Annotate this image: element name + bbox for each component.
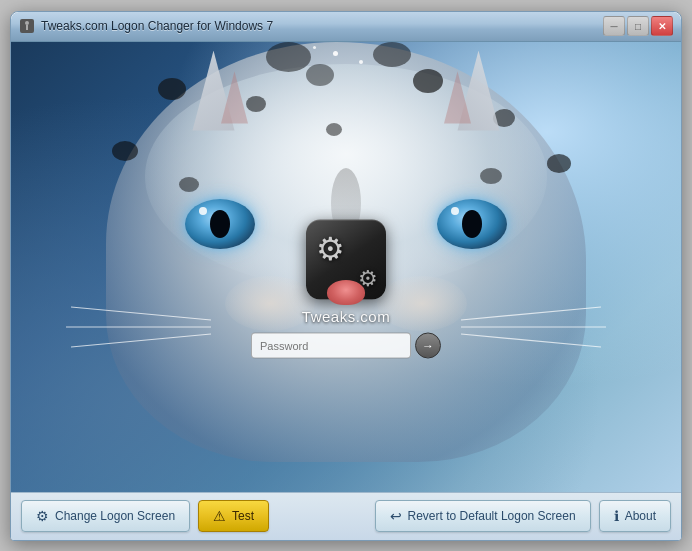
minimize-button[interactable]: ─ — [603, 16, 625, 36]
main-window: Tweaks.com Logon Changer for Windows 7 ─… — [10, 11, 682, 541]
svg-line-2 — [71, 307, 211, 320]
about-icon: ℹ — [614, 508, 619, 524]
test-icon: ⚠ — [213, 508, 226, 524]
revert-icon: ↩ — [390, 508, 402, 524]
svg-rect-1 — [26, 25, 28, 30]
content-area: ⚙ ⚙ Tweaks.com → — [11, 42, 681, 492]
svg-line-7 — [461, 334, 601, 347]
about-button[interactable]: ℹ About — [599, 500, 671, 532]
app-icon-small — [19, 18, 35, 34]
test-button[interactable]: ⚠ Test — [198, 500, 269, 532]
window-title: Tweaks.com Logon Changer for Windows 7 — [41, 19, 603, 33]
title-bar: Tweaks.com Logon Changer for Windows 7 ─… — [11, 12, 681, 42]
svg-line-4 — [71, 334, 211, 347]
change-logon-button[interactable]: ⚙ Change Logon Screen — [21, 500, 190, 532]
change-logon-icon: ⚙ — [36, 508, 49, 524]
window-controls: ─ □ ✕ — [603, 16, 673, 36]
revert-button[interactable]: ↩ Revert to Default Logon Screen — [375, 500, 591, 532]
svg-line-5 — [461, 307, 601, 320]
whiskers-svg — [11, 42, 681, 492]
maximize-button[interactable]: □ — [627, 16, 649, 36]
close-button[interactable]: ✕ — [651, 16, 673, 36]
bottom-toolbar: ⚙ Change Logon Screen ⚠ Test ↩ Revert to… — [11, 492, 681, 540]
leopard-background — [11, 42, 681, 492]
